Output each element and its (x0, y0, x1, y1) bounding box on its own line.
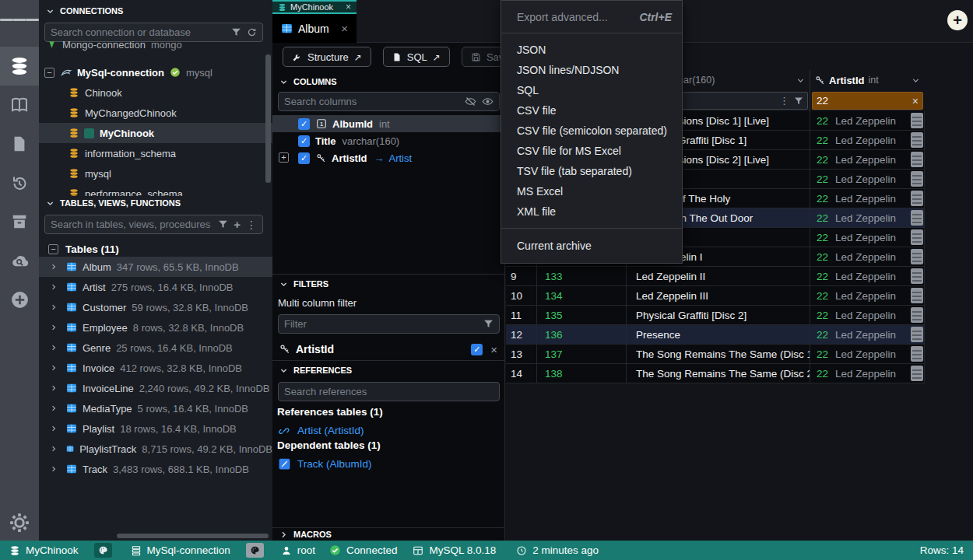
menu-item-ndjson[interactable]: JSON lines/NDJSON (501, 60, 682, 80)
chevron-down-icon[interactable] (912, 76, 920, 85)
open-detail-icon[interactable] (911, 288, 923, 303)
title-cell[interactable]: Led Zeppelin II (627, 267, 810, 285)
structure-button[interactable]: Structure (283, 47, 371, 67)
reference-link-artist[interactable]: Artist (ArtistId) (272, 422, 504, 439)
database-item-information-schema[interactable]: information_schema (39, 143, 272, 163)
add-connection-icon[interactable] (0, 280, 39, 319)
database-color-icon[interactable] (94, 543, 112, 558)
menu-item-current-archive[interactable]: Current archive (501, 236, 682, 256)
menu-item-json[interactable]: JSON (501, 40, 682, 60)
artistid-cell[interactable]: 22Led Zeppelin (810, 345, 925, 363)
references-search-input[interactable]: Search references (278, 382, 500, 401)
open-detail-icon[interactable] (911, 249, 923, 264)
open-detail-icon[interactable] (911, 132, 923, 148)
kebab-menu-icon[interactable] (779, 95, 789, 107)
tables-header[interactable]: TABLES, VIEWS, FUNCTIONS (39, 196, 272, 210)
cloud-search-icon[interactable] (0, 241, 39, 280)
collapse-icon[interactable]: − (48, 244, 58, 254)
history-icon[interactable] (0, 163, 39, 202)
show-columns-icon[interactable] (482, 96, 494, 107)
checkbox-checked-icon[interactable] (298, 118, 310, 130)
checkbox-checked-icon[interactable] (298, 152, 310, 164)
menu-item-csv-excel[interactable]: CSV file for MS Excel (501, 141, 682, 161)
artistid-filter-input[interactable] (817, 95, 909, 107)
sql-button[interactable]: SQL (383, 47, 450, 67)
table-row[interactable]: 9133Led Zeppelin II22Led Zeppelin (506, 267, 925, 286)
open-detail-icon[interactable] (911, 366, 923, 381)
hide-columns-icon[interactable] (465, 96, 476, 107)
artistid-cell[interactable]: 22Led Zeppelin (810, 267, 925, 285)
artistid-cell[interactable]: 22Led Zeppelin (810, 208, 925, 227)
artistid-cell[interactable]: 22Led Zeppelin (810, 228, 925, 247)
table-row-selected[interactable]: 12136Presence22Led Zeppelin (506, 325, 925, 345)
open-detail-icon[interactable] (911, 327, 923, 342)
add-table-icon[interactable]: + (234, 218, 241, 231)
albumid-cell[interactable]: 134 (537, 286, 627, 305)
table-item-invoice[interactable]: Invoice412 rows, 32.8 KB, InnoDB (39, 358, 272, 378)
table-item-genre[interactable]: Genre25 rows, 16.4 KB, InnoDB (39, 338, 272, 358)
columns-search-input[interactable]: Search columns (278, 92, 500, 111)
table-row[interactable]: 13137The Song Remains The Same (Disc 1)2… (506, 345, 925, 364)
close-icon[interactable]: × (346, 2, 351, 12)
main-menu-icon[interactable] (0, 0, 39, 39)
tab-group-mychinook[interactable]: MyChinook × (272, 0, 357, 14)
expand-icon[interactable]: + (279, 152, 289, 163)
files-icon[interactable] (0, 124, 39, 163)
connection-item-mongo[interactable]: Mongo-connection mongo (39, 40, 272, 54)
menu-item-sql[interactable]: SQL (501, 80, 682, 100)
title-cell[interactable]: Led Zeppelin III (627, 286, 810, 305)
open-detail-icon[interactable] (911, 113, 923, 128)
artistid-column-header[interactable]: ArtistId int (810, 70, 925, 90)
open-detail-icon[interactable] (911, 171, 923, 187)
databases-icon[interactable] (0, 47, 39, 86)
open-detail-icon[interactable] (911, 307, 923, 323)
open-detail-icon[interactable] (911, 152, 923, 167)
filter-icon[interactable] (231, 27, 241, 37)
artistid-cell[interactable]: 22Led Zeppelin (810, 111, 925, 130)
artistid-cell[interactable]: 22Led Zeppelin (810, 325, 925, 344)
connection-color-icon[interactable] (246, 543, 264, 558)
table-item-playlist[interactable]: Playlist18 rows, 16.4 KB, InnoDB (39, 418, 272, 439)
database-item-mychangedchinook[interactable]: MyChangedChinook (39, 103, 272, 123)
table-item-track[interactable]: Track3,483 rows, 688.1 KB, InnoDB (39, 459, 272, 479)
table-item-playlisttrack[interactable]: PlaylistTrack8,715 rows, 49.2 KB, InnoDB (39, 439, 272, 459)
open-detail-icon[interactable] (911, 229, 923, 245)
albumid-cell[interactable]: 135 (537, 306, 627, 324)
artistid-filter[interactable]: × (810, 90, 925, 111)
table-item-mediatype[interactable]: MediaType5 rows, 16.4 KB, InnoDB (39, 398, 272, 418)
table-item-album[interactable]: Album347 rows, 65.5 KB, InnoDB (39, 257, 272, 277)
table-item-customer[interactable]: Customer59 rows, 32.8 KB, InnoDB (39, 297, 272, 317)
artistid-cell[interactable]: 22Led Zeppelin (810, 189, 925, 208)
connections-header[interactable]: CONNECTIONS (39, 4, 272, 18)
title-cell[interactable]: The Song Remains The Same (Disc 2) (627, 364, 810, 383)
albumid-cell[interactable]: 137 (537, 345, 627, 363)
menu-item-csv-semicolon[interactable]: CSV file (semicolon separated) (501, 121, 682, 141)
menu-item-ms-excel[interactable]: MS Excel (501, 181, 682, 201)
database-item-performance-schema[interactable]: performance_schema (39, 184, 272, 196)
status-database[interactable]: MyChinook (9, 544, 79, 556)
filter-icon[interactable] (218, 219, 228, 229)
macros-header[interactable]: MACROS (272, 527, 504, 541)
title-cell[interactable]: Presence (627, 325, 810, 344)
remove-filter-icon[interactable]: × (490, 343, 497, 356)
refresh-icon[interactable] (247, 27, 257, 37)
status-connection[interactable]: MySql-connection (131, 544, 230, 556)
dependent-link-track[interactable]: Track (AlbumId) (272, 456, 504, 472)
export-advanced-item[interactable]: Export advanced... Ctrl+E (501, 1, 682, 33)
fk-target-link[interactable]: Artist (389, 152, 413, 164)
albumid-cell[interactable]: 133 (537, 267, 627, 285)
artistid-cell[interactable]: 22Led Zeppelin (810, 364, 925, 383)
database-item-mychinook[interactable]: MyChinook (39, 123, 272, 143)
references-header[interactable]: REFERENCES (272, 363, 504, 377)
connection-item-mysql[interactable]: − MySql-connection mysql (39, 62, 272, 82)
clear-filter-icon[interactable]: × (912, 95, 919, 107)
database-item-chinook[interactable]: Chinook (39, 82, 272, 103)
chevron-down-icon[interactable] (796, 76, 805, 85)
albumid-cell[interactable]: 136 (537, 325, 627, 344)
title-cell[interactable]: The Song Remains The Same (Disc 1) (627, 345, 810, 363)
connection-search-input[interactable]: Search connection or database (44, 23, 263, 42)
artistid-cell[interactable]: 22Led Zeppelin (810, 150, 925, 169)
open-detail-icon[interactable] (911, 268, 923, 284)
database-item-mysql[interactable]: mysql (39, 163, 272, 184)
archive-icon[interactable] (0, 202, 39, 241)
